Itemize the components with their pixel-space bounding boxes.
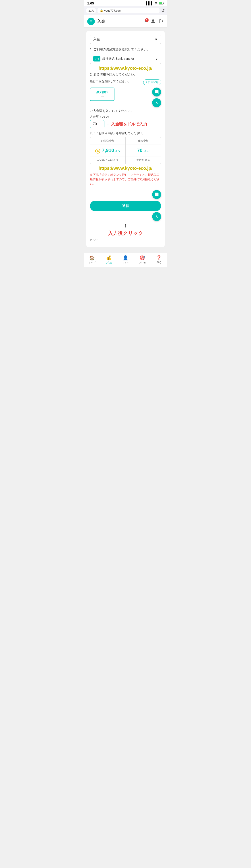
jpy-unit: JPY xyxy=(115,150,120,153)
chevron-up-icon: ∧ xyxy=(155,100,159,105)
logout-icon[interactable] xyxy=(159,19,164,24)
add-account-button[interactable]: + 口座登録 xyxy=(143,79,161,85)
table-body: ① 7,910 JPY 70 USD xyxy=(90,145,161,156)
main-content: 入金 ▼ 1. ご利用の決済方法を選択してください。 銀行振込 Bank tra… xyxy=(84,28,167,253)
svg-point-0 xyxy=(156,4,157,4)
battery-icon xyxy=(159,1,164,5)
svg-rect-5 xyxy=(95,58,99,60)
browser-bar: ぁあ 🔒 yous777.com ↺ xyxy=(84,6,167,16)
bank-transfer-arrow: ∨ xyxy=(156,57,158,61)
home-icon: 🏠 xyxy=(89,255,95,260)
page-title: 入金 xyxy=(97,19,105,24)
reload-button[interactable]: ↺ xyxy=(161,8,165,13)
chat-button[interactable] xyxy=(152,88,161,96)
chevron-up-icon-2: ∧ xyxy=(155,214,159,219)
amount-input[interactable] xyxy=(90,120,105,128)
svg-rect-3 xyxy=(159,2,162,4)
col1-body: ① 7,910 JPY xyxy=(90,145,125,156)
mail-button[interactable]: ✉ 1 xyxy=(145,20,147,23)
transfer-table: お振込金額 反映金額 ① 7,910 JPY 70 USD 1 USD = 11… xyxy=(90,137,161,164)
nav-item-profile[interactable]: 👤 マイル xyxy=(117,255,134,264)
bank-account-label: 銀行口座を選択してください。 xyxy=(90,79,143,83)
nav-label-deposit: ご入金 xyxy=(106,261,112,264)
send-button[interactable]: 送信 xyxy=(90,201,161,211)
svg-point-4 xyxy=(152,20,154,21)
watermark-url-2: https://www.kyoto-eco.jp/ xyxy=(90,164,161,173)
status-bar: 1:05 ▌▌▌ xyxy=(84,0,167,6)
deposit-dropdown-label: 入金 xyxy=(93,37,100,41)
col2-body: 70 USD xyxy=(125,145,161,156)
chat-button-2[interactable] xyxy=(152,190,161,199)
browser-url-bar[interactable]: 🔒 yous777.com xyxy=(97,8,160,13)
circled-number-1: ① xyxy=(95,149,100,154)
status-time: 1:05 xyxy=(87,1,94,5)
nav-label-promo: プロモ xyxy=(139,261,146,264)
rakuten-bank-name: 楽天銀行 xyxy=(93,90,111,94)
confirm-label: 以下「お振込金額」を確認してください。 xyxy=(90,131,161,135)
step2-label: 2. 必要情報を記入してください。 xyxy=(90,73,161,76)
bank-transfer-button[interactable]: 銀行振込 Bank transfer ∨ xyxy=(90,54,161,64)
nav-label-faq: FAQ xyxy=(157,261,161,264)
profile-icon[interactable] xyxy=(150,19,156,25)
svg-rect-2 xyxy=(163,2,164,4)
header-icons: ✉ 1 xyxy=(145,19,164,25)
hamburger-button[interactable]: ≡ xyxy=(87,18,95,25)
nav-item-top[interactable]: 🏠 トップ xyxy=(84,255,101,264)
scroll-up-button[interactable]: ∧ xyxy=(152,98,161,107)
status-icons: ▌▌▌ xyxy=(146,1,164,5)
nav-item-faq[interactable]: ❓ FAQ xyxy=(150,255,167,264)
dropdown-arrow: ▼ xyxy=(155,37,158,41)
signal-icon: ▌▌▌ xyxy=(146,1,153,5)
table-footer: 1 USD = 113 JPY 手数料 0 ％ xyxy=(90,156,161,164)
arrow-annotation: ↑ xyxy=(90,222,161,228)
faq-nav-icon: ❓ xyxy=(156,255,162,260)
hamburger-icon: ≡ xyxy=(90,20,92,23)
step1-label: 1. ご利用の決済方法を選択してください。 xyxy=(90,48,161,52)
deposit-section: 入金 ▼ 1. ご利用の決済方法を選択してください。 銀行振込 Bank tra… xyxy=(86,31,165,247)
bank-transfer-left: 銀行振込 Bank transfer xyxy=(93,56,134,61)
browser-tab: ぁあ xyxy=(86,8,96,13)
hint-section: ヒント xyxy=(90,237,161,243)
nav-label-top: トップ xyxy=(89,261,95,264)
notice-text: ※下記「送信」ボタンを押していただくと、振込先口座情報が表示されますので、ご自身… xyxy=(90,173,161,186)
col2-header: 反映金額 xyxy=(125,137,161,145)
col1-footer: 1 USD = 113 JPY xyxy=(90,156,125,164)
browser-url: yous777.com xyxy=(104,9,121,12)
rakuten-bank-card[interactable]: 楽天銀行 *** xyxy=(90,88,114,101)
nav-label-profile: マイル xyxy=(122,261,129,264)
bank-transfer-icon xyxy=(93,56,101,61)
bank-transfer-label: 銀行振込 Bank transfer xyxy=(102,57,134,61)
deposit-dropdown[interactable]: 入金 ▼ xyxy=(90,35,161,44)
click-hint-text: 入力後クリック xyxy=(90,230,161,237)
bottom-nav: 🏠 トップ 💰 ご入金 👤 マイル 🎯 プロモ ❓ FAQ xyxy=(84,253,167,267)
watermark-url-1: https://www.kyoto-eco.jp/ xyxy=(90,64,161,73)
promo-nav-icon: 🎯 xyxy=(139,255,145,260)
scroll-up-button-2[interactable]: ∧ xyxy=(152,212,161,221)
amount-input-row: ← 入金額をドルで入力 xyxy=(90,120,161,128)
col2-footer: 手数料 0 ％ xyxy=(125,156,161,164)
jpy-amount: 7,910 xyxy=(102,148,114,153)
nav-item-deposit[interactable]: 💰 ご入金 xyxy=(101,255,117,264)
arrow-hint: ← xyxy=(106,122,109,126)
deposit-nav-icon: 💰 xyxy=(106,255,112,260)
wifi-icon xyxy=(154,1,158,5)
usd-unit: USD xyxy=(144,150,149,153)
col1-header: お振込金額 xyxy=(90,137,125,145)
header-left: ≡ 入金 xyxy=(87,18,105,25)
app-header: ≡ 入金 ✉ 1 xyxy=(84,16,167,28)
svg-rect-6 xyxy=(95,59,96,60)
amount-section: ご入金額を入力してください。 入金額（USD） ← 入金額をドルで入力 xyxy=(90,109,161,128)
hint-label: ヒント xyxy=(90,238,99,242)
amount-input-label: 入金額（USD） xyxy=(90,115,161,119)
bank-account-header: 銀行口座を選択してください。 + 口座登録 xyxy=(90,79,161,85)
rakuten-bank-number: *** xyxy=(93,95,111,98)
profile-nav-icon: 👤 xyxy=(123,255,128,260)
table-header: お振込金額 反映金額 xyxy=(90,137,161,145)
lock-icon: 🔒 xyxy=(100,9,103,12)
nav-item-promo[interactable]: 🎯 プロモ xyxy=(134,255,150,264)
mail-badge: 1 xyxy=(145,18,148,22)
usd-amount: 70 xyxy=(137,148,142,153)
input-hint-text: 入金額をドルで入力 xyxy=(111,121,147,127)
amount-section-label: ご入金額を入力してください。 xyxy=(90,109,161,113)
